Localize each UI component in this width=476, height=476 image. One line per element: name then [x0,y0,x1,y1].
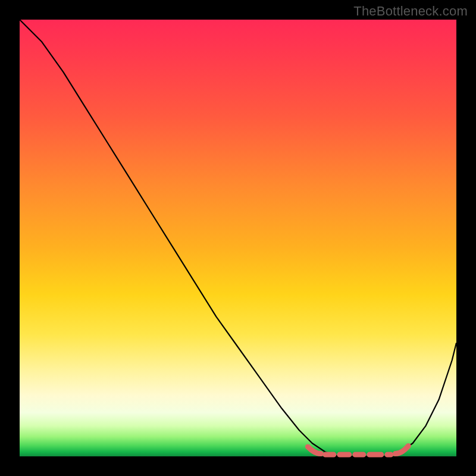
trough-marker-right [395,446,408,453]
plot-area [20,20,456,456]
attribution-text: TheBottleneck.com [353,4,468,19]
bottleneck-curve [20,20,456,456]
curve-svg [20,20,456,456]
chart-frame: TheBottleneck.com [0,0,476,476]
